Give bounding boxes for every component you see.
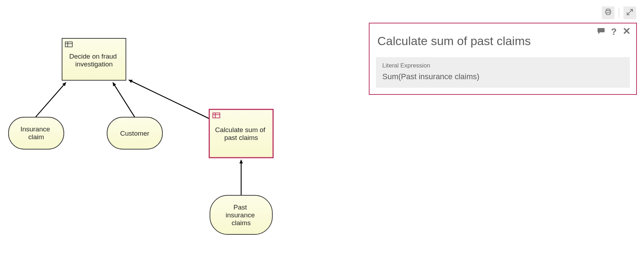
node-decide-fraud[interactable]: Decide on fraud investigation — [62, 38, 126, 80]
node-past-claims[interactable]: Past insurance claims — [210, 195, 272, 234]
toolbar-divider — [619, 8, 619, 18]
top-toolbar — [602, 6, 636, 19]
node-label: Customer — [120, 130, 150, 137]
edge-claim-to-decide — [35, 82, 66, 117]
edge-calc-to-decide — [129, 80, 210, 119]
node-calculate-sum[interactable]: Calculate sum of past claims — [209, 109, 273, 158]
node-customer[interactable]: Customer — [107, 117, 162, 149]
expression-box[interactable]: Literal Expression Sum(Past insurance cl… — [376, 57, 630, 88]
svg-point-3 — [610, 11, 610, 12]
svg-line-6 — [129, 80, 210, 119]
print-icon — [604, 8, 612, 17]
expand-button[interactable] — [623, 6, 636, 19]
edge-customer-to-decide — [113, 82, 135, 117]
svg-rect-2 — [606, 13, 610, 15]
svg-rect-12 — [209, 109, 273, 158]
help-icon: ? — [611, 26, 617, 37]
node-label: Decide on fraud investigation — [69, 53, 118, 68]
panel-title: Calculate sum of past claims — [377, 34, 630, 48]
expand-icon — [626, 9, 633, 17]
expression-type-label: Literal Expression — [382, 62, 623, 69]
dmn-diagram-canvas[interactable]: Decide on fraud investigation Calculate … — [0, 0, 355, 277]
svg-line-4 — [35, 82, 66, 117]
close-button[interactable] — [622, 27, 631, 36]
help-button[interactable]: ? — [609, 27, 618, 36]
comment-button[interactable] — [596, 27, 606, 36]
expression-value: Sum(Past insurance claims) — [382, 72, 623, 81]
details-panel: ? Calculate sum of past claims Literal E… — [369, 23, 637, 95]
close-icon — [623, 27, 631, 36]
node-insurance-claim[interactable]: Insurance claim — [9, 117, 64, 149]
panel-actions: ? — [596, 27, 631, 36]
svg-line-5 — [113, 82, 135, 117]
comment-icon — [597, 27, 605, 37]
print-button[interactable] — [602, 6, 615, 19]
